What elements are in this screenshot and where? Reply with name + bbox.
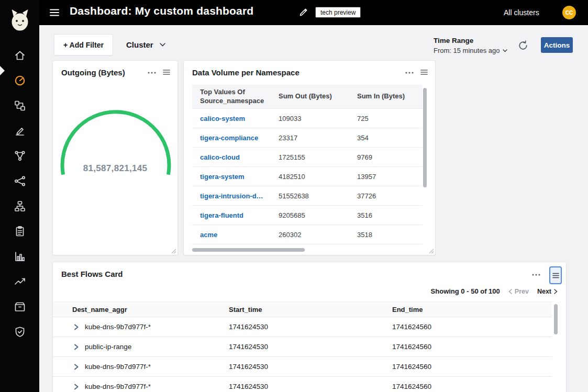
pagination: Showing 0 - 50 of 100 Prev Next xyxy=(431,287,558,295)
dest-name: kube-dns-9b7d977f-* xyxy=(85,323,151,331)
table-row: tigera-system 4182510 13957 xyxy=(192,167,423,186)
table-row: kube-dns-9b7d977f-* 1741624530 174162456… xyxy=(53,357,552,377)
column-header-sum-in: Sum In (Bytes) xyxy=(349,89,423,104)
dest-name: public-ip-range xyxy=(85,343,131,351)
actions-button[interactable]: Actions xyxy=(541,37,573,53)
sum-in-value: 37726 xyxy=(349,192,423,200)
main-content: + Add Filter Cluster Time Range From: 15… xyxy=(39,25,588,392)
best-flows-card: Best Flows Card Showing 0 - 50 of 100 Pr… xyxy=(52,262,567,392)
drag-handle-icon xyxy=(420,69,428,75)
namespace-link[interactable]: tigera-system xyxy=(192,173,271,181)
chevron-left-icon xyxy=(508,289,512,294)
dest-name: kube-dns-9b7d977f-* xyxy=(85,383,151,390)
calico-logo[interactable] xyxy=(8,7,32,33)
refresh-icon[interactable] xyxy=(517,39,529,52)
card-menu-button[interactable] xyxy=(147,68,157,77)
card-title: Outgoing (Bytes) xyxy=(61,68,125,77)
namespace-link[interactable]: calico-system xyxy=(192,115,271,122)
namespace-link[interactable]: tigera-intrusion-d… xyxy=(192,192,271,200)
sidebar-item-service-graph[interactable] xyxy=(0,169,39,194)
sum-out-value: 9205685 xyxy=(271,211,349,219)
app-screen: Dashboard: My custom dashboard tech prev… xyxy=(0,0,588,392)
drag-handle[interactable] xyxy=(549,266,562,284)
horizontal-scrollbar[interactable] xyxy=(192,248,305,252)
column-header-sum-out: Sum Out (Bytes) xyxy=(271,89,349,104)
sidebar-item-timeline[interactable] xyxy=(0,269,39,294)
shield-icon xyxy=(14,326,26,338)
vertical-scrollbar[interactable] xyxy=(423,88,427,187)
table-header-row: Top Values Of Source_namespace Sum Out (… xyxy=(192,85,423,109)
sum-in-value: 725 xyxy=(349,115,423,122)
vertical-scrollbar[interactable] xyxy=(554,304,558,334)
sidebar-item-endpoints[interactable] xyxy=(0,93,39,118)
user-avatar[interactable]: CC xyxy=(562,6,576,19)
chevron-down-icon xyxy=(503,49,507,52)
end-time: 1741624560 xyxy=(392,363,552,371)
sidebar xyxy=(0,0,39,392)
data-volume-card: Data Volume per Namespace Top Values Of … xyxy=(183,60,436,255)
all-clusters-selector[interactable]: All clusters xyxy=(504,8,539,17)
outgoing-bytes-card: Outgoing (Bytes) 81,587,821,145 xyxy=(52,60,178,255)
sidebar-item-threat-defense[interactable] xyxy=(0,319,39,344)
sum-out-value: 23317 xyxy=(271,134,349,142)
namespace-link[interactable]: tigera-fluentd xyxy=(192,211,271,219)
resize-grip-icon[interactable] xyxy=(171,248,176,254)
cluster-dropdown[interactable]: Cluster xyxy=(119,34,173,55)
chevron-right-icon xyxy=(554,289,558,294)
chevron-right-icon xyxy=(74,344,79,350)
expand-row-button[interactable] xyxy=(72,383,80,390)
sidebar-item-policies[interactable] xyxy=(0,118,39,143)
next-page-button[interactable]: Next xyxy=(537,288,558,295)
sum-in-value: 13957 xyxy=(349,173,423,181)
drag-handle-icon xyxy=(552,273,559,278)
column-header-start: Start_time xyxy=(229,306,392,313)
table-row: tigera-fluentd 9205685 3516 xyxy=(192,206,423,225)
time-range-value[interactable]: From: 15 minutes ago xyxy=(434,47,507,54)
compliance-icon xyxy=(14,225,26,238)
card-menu-button[interactable] xyxy=(531,270,541,279)
card-title: Data Volume per Namespace xyxy=(192,68,299,77)
column-header-dest: Dest_name_aggr xyxy=(72,306,229,313)
sidebar-item-compliance[interactable] xyxy=(0,219,39,244)
sidebar-item-dashboards[interactable] xyxy=(0,68,39,93)
namespace-table: Top Values Of Source_namespace Sum Out (… xyxy=(192,85,423,244)
reports-icon xyxy=(14,250,26,263)
namespace-link[interactable]: tigera-compliance xyxy=(192,134,271,142)
sidebar-item-storage[interactable] xyxy=(0,294,39,319)
end-time: 1741624560 xyxy=(392,343,552,351)
sidebar-item-nodes[interactable] xyxy=(0,194,39,219)
table-row: kube-dns-9b7d977f-* 1741624530 174162456… xyxy=(53,317,552,337)
hamburger-menu-icon[interactable] xyxy=(49,7,60,18)
chevron-right-icon xyxy=(74,384,79,390)
add-filter-button[interactable]: + Add Filter xyxy=(54,34,113,55)
start-time: 1741624530 xyxy=(229,343,392,351)
resize-grip-icon[interactable] xyxy=(428,248,434,254)
gauge-value: 81,587,821,145 xyxy=(53,163,177,174)
expand-row-button[interactable] xyxy=(72,323,80,331)
kebab-icon xyxy=(405,72,414,74)
sidebar-item-home[interactable] xyxy=(0,43,39,68)
timeline-icon xyxy=(14,275,26,288)
pagination-status: Showing 0 - 50 of 100 xyxy=(431,287,500,295)
namespace-link[interactable]: calico-cloud xyxy=(192,153,271,161)
namespace-link[interactable]: acme xyxy=(192,231,271,239)
prev-page-button[interactable]: Prev xyxy=(508,288,529,295)
top-header: Dashboard: My custom dashboard tech prev… xyxy=(0,0,588,25)
table-row: calico-system 109033 725 xyxy=(192,109,423,128)
dest-name: kube-dns-9b7d977f-* xyxy=(85,363,151,371)
end-time: 1741624560 xyxy=(392,323,552,331)
sum-out-value: 51552638 xyxy=(271,192,349,200)
sidebar-item-network-sets[interactable] xyxy=(0,143,39,169)
edit-title-icon[interactable] xyxy=(298,7,309,17)
kebab-icon xyxy=(148,72,156,74)
sidebar-item-reports[interactable] xyxy=(0,244,39,269)
expand-row-button[interactable] xyxy=(72,343,80,351)
drag-handle[interactable] xyxy=(419,68,429,77)
drag-handle[interactable] xyxy=(162,68,171,77)
card-menu-button[interactable] xyxy=(405,68,414,77)
sum-in-value: 9769 xyxy=(349,153,423,161)
expand-row-button[interactable] xyxy=(72,363,80,371)
policies-icon xyxy=(14,125,26,137)
cluster-dropdown-label: Cluster xyxy=(126,40,153,49)
tech-preview-badge: tech preview xyxy=(315,7,361,18)
